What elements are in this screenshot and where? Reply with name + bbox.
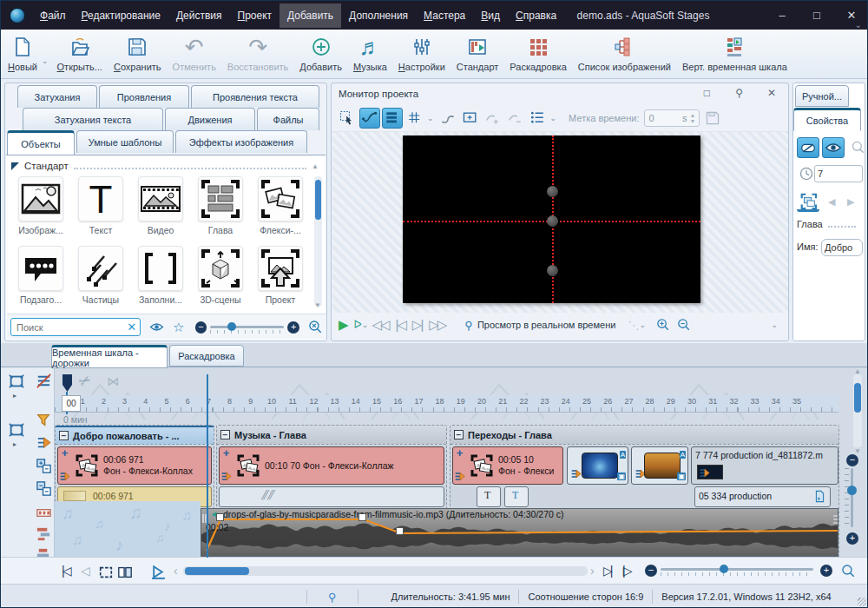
toolbar-new-button[interactable]: Новый bbox=[8, 33, 37, 72]
previous-button[interactable]: |◁ bbox=[395, 317, 404, 333]
timeline-hscrollbar-thumb[interactable] bbox=[185, 567, 249, 575]
menu-7[interactable]: Мастера bbox=[416, 3, 473, 28]
zoom-out-monitor-icon[interactable] bbox=[677, 318, 691, 332]
zoom-in-tiles-button[interactable]: + bbox=[287, 321, 299, 334]
scroll-right-arrow[interactable]: › bbox=[590, 564, 592, 578]
expand-clip-icon[interactable]: + bbox=[62, 449, 69, 458]
toolbar-standard-button[interactable]: Стандарт bbox=[457, 33, 499, 72]
envelope-handle[interactable] bbox=[396, 527, 404, 535]
realtime-label[interactable]: Просмотр в реальном времени bbox=[477, 320, 615, 330]
collapse-chapter-icon[interactable]: − bbox=[220, 430, 230, 439]
resize-grip[interactable] bbox=[858, 598, 866, 606]
objects-tab-1-2[interactable]: Файлы bbox=[257, 108, 319, 130]
pages-icon[interactable] bbox=[117, 565, 133, 580]
fit-timeline-icon[interactable] bbox=[8, 421, 25, 439]
insert-mode-icon[interactable] bbox=[8, 373, 25, 390]
monitor-pin-icon[interactable]: ⚲ bbox=[735, 87, 743, 99]
tab-manual[interactable]: Ручной... bbox=[795, 85, 849, 107]
menu-5[interactable]: Добавить bbox=[279, 3, 341, 28]
split-icon[interactable]: ⋈ bbox=[107, 374, 119, 388]
envelope-handle[interactable] bbox=[358, 513, 366, 521]
hide-tracks-icon[interactable] bbox=[36, 373, 52, 389]
objects-tab-0-0[interactable]: Затухания bbox=[17, 85, 97, 108]
tile-image[interactable]: Изображ... bbox=[13, 176, 69, 235]
play-button[interactable]: ▶ bbox=[339, 317, 349, 333]
timeline-zoom-out-button[interactable]: − bbox=[846, 454, 858, 466]
tab-storyboard[interactable]: Раскадровка bbox=[169, 345, 244, 367]
objects-scrollbar-thumb[interactable] bbox=[315, 180, 321, 220]
duration-input[interactable]: 7 bbox=[814, 165, 863, 182]
menu-6[interactable]: Дополнения bbox=[341, 3, 416, 28]
search-input[interactable] bbox=[15, 321, 127, 334]
rewind-button[interactable]: ◁◁ bbox=[372, 317, 388, 333]
objects-tab-2-0[interactable]: Объекты bbox=[7, 130, 75, 155]
tile-flexi[interactable]: Флекси-... bbox=[253, 176, 308, 235]
object-icon-tab[interactable] bbox=[797, 191, 819, 212]
tile-subtitle[interactable]: Подзаго... bbox=[13, 246, 69, 305]
preview-eye-icon[interactable] bbox=[149, 320, 164, 334]
menu-2[interactable]: Редактирование bbox=[74, 3, 168, 28]
toolbar-music-button[interactable]: ♬Музыка bbox=[353, 33, 387, 72]
tab-properties[interactable]: Свойства bbox=[793, 108, 861, 131]
new-dropdown-chevron-icon[interactable]: ⌄ bbox=[42, 56, 49, 65]
clip-particles[interactable]: ⫽⫽ bbox=[219, 486, 444, 507]
m-scurve-icon[interactable] bbox=[437, 108, 458, 129]
hzoom-slider-thumb[interactable] bbox=[720, 565, 728, 573]
active-toggle-button[interactable] bbox=[797, 137, 819, 158]
next-button[interactable]: ▷| bbox=[412, 317, 422, 333]
m-list-icon[interactable] bbox=[528, 108, 549, 129]
tile-project[interactable]: Проект bbox=[253, 246, 308, 305]
clip-flexi-collage-3[interactable]: + 00:05 10Фон - Флекси bbox=[452, 446, 563, 485]
zoom-in-monitor-icon[interactable] bbox=[656, 318, 670, 332]
objects-tab-2-1[interactable]: Умные шаблоны bbox=[76, 130, 174, 153]
tab-timeline-tracks[interactable]: Временная шкала - дорожки bbox=[51, 345, 168, 368]
collapse-chapter-icon[interactable]: − bbox=[59, 431, 69, 440]
status-pin-icon[interactable]: ⚲ bbox=[328, 591, 337, 604]
favorites-star-icon[interactable]: ☆ bbox=[173, 320, 184, 335]
objects-tab-0-2[interactable]: Проявления текста bbox=[191, 85, 319, 108]
toolbar-settings-button[interactable]: Настройки bbox=[398, 33, 445, 72]
m-curve-icon[interactable] bbox=[359, 108, 380, 129]
clip-text-1[interactable]: T bbox=[477, 486, 501, 507]
play-options-chevron-icon[interactable]: ⌄ bbox=[362, 321, 369, 329]
play-tracks-icon[interactable] bbox=[36, 435, 52, 452]
hzoom-slider[interactable] bbox=[661, 564, 813, 576]
next-chapter-button[interactable]: ▷| bbox=[603, 564, 610, 578]
transport-overflow-chevron-icon[interactable]: ⌄ bbox=[771, 321, 778, 329]
motion-handle-bottom[interactable] bbox=[547, 265, 558, 276]
playhead-line[interactable] bbox=[207, 374, 208, 558]
m-crop-icon[interactable] bbox=[460, 108, 481, 129]
clip-flexi-collage-2[interactable]: + 00:10 70 Фон - Флекси-Коллаж bbox=[219, 446, 444, 485]
clip-image-blue[interactable]: A ▣ bbox=[567, 446, 628, 485]
search-clear-icon[interactable]: ✕ bbox=[127, 321, 136, 334]
tile-chapter[interactable]: Глава bbox=[193, 176, 248, 235]
tile-video[interactable]: Видео bbox=[133, 176, 188, 235]
forward-button[interactable]: ▷▷ bbox=[429, 317, 445, 333]
collapse-chapter-icon[interactable]: − bbox=[454, 430, 464, 439]
go-start-button[interactable]: |◁ bbox=[62, 564, 69, 578]
m-grid-icon-chevron[interactable]: ⌄ bbox=[427, 114, 434, 122]
zoom-fit-icon[interactable] bbox=[841, 564, 856, 578]
toolbar-open-button[interactable]: Открыть... bbox=[57, 33, 102, 72]
remove-track-group-icon[interactable] bbox=[36, 480, 52, 497]
menu-8[interactable]: Вид bbox=[473, 3, 508, 28]
video-canvas[interactable] bbox=[403, 135, 700, 303]
maximize-button[interactable]: □ bbox=[799, 1, 834, 30]
tile-size-slider[interactable] bbox=[210, 321, 284, 334]
toolbar-storyboard-button[interactable]: Раскадровка bbox=[510, 33, 566, 72]
add-track-group-icon[interactable] bbox=[36, 458, 52, 474]
envelope-handle[interactable] bbox=[216, 513, 224, 521]
timeline-zoom-slider[interactable]: − + bbox=[845, 454, 858, 552]
close-button[interactable]: ✕ bbox=[834, 1, 868, 30]
search-box[interactable]: ✕ bbox=[10, 318, 141, 336]
tile-placeholder[interactable]: Заполни... bbox=[133, 246, 188, 305]
name-input[interactable]: Добро bbox=[821, 239, 863, 256]
step-back-button[interactable]: ◁ bbox=[81, 564, 88, 578]
expand-clip-icon[interactable]: + bbox=[223, 449, 230, 458]
m-list-icon-chevron[interactable]: ⌄ bbox=[550, 114, 557, 122]
expand-arrow-icon[interactable]: ▸ bbox=[13, 440, 16, 448]
clip-video-production[interactable]: 7 774 production id_4811872.m bbox=[691, 446, 838, 485]
timeline-ruler[interactable]: 1234567891011121314151617181920212223242… bbox=[55, 395, 838, 413]
m-path-add-icon[interactable] bbox=[483, 108, 503, 129]
m-select-icon[interactable] bbox=[337, 108, 358, 129]
